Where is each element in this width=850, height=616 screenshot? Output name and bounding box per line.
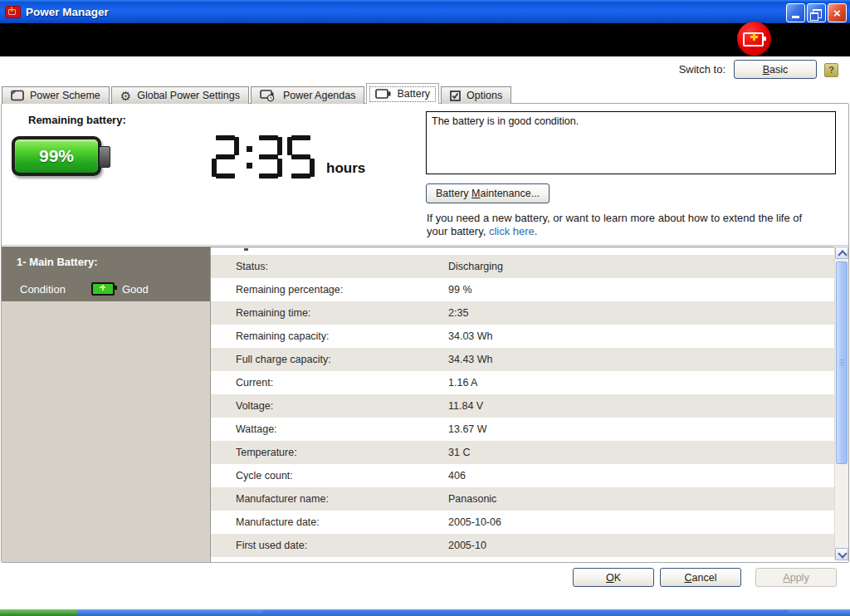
thinkvantage-battery-logo-icon — [737, 22, 771, 56]
battery-details-table: Status:DischargingRemaining percentage:9… — [211, 247, 835, 560]
battery-clock-icon — [260, 90, 277, 102]
remaining-time-display: hours — [212, 135, 365, 182]
clipped-row-fragment — [244, 248, 248, 251]
scrollbar-thumb[interactable] — [836, 262, 848, 464]
condition-battery-icon — [91, 282, 115, 296]
row-value: 406 — [448, 470, 466, 482]
checkbox-icon — [450, 90, 461, 101]
tab-global-power-settings[interactable]: ⚙ Global Power Settings — [111, 86, 249, 104]
table-row: Voltage:11.84 V — [211, 394, 835, 418]
row-label: Status: — [211, 261, 448, 272]
row-value: 2005-10-06 — [448, 516, 501, 528]
basic-button[interactable]: Basic — [734, 60, 817, 79]
brand-banner — [0, 23, 850, 56]
row-value: 31 C — [448, 447, 470, 458]
scroll-down-button[interactable] — [835, 548, 848, 560]
taskbar[interactable] — [0, 609, 850, 616]
remaining-battery-label: Remaining battery: — [28, 114, 126, 126]
tab-label: Battery — [397, 88, 430, 100]
row-label: Remaining time: — [211, 307, 448, 319]
window-title: Power Manager — [26, 6, 109, 18]
time-unit-label: hours — [326, 160, 365, 177]
row-label: Remaining capacity: — [211, 330, 448, 342]
chevron-down-icon — [838, 549, 847, 558]
row-value: Discharging — [448, 261, 503, 272]
table-row: Remaining capacity:34.03 Wh — [211, 325, 835, 348]
tab-label: Power Agendas — [283, 90, 356, 101]
close-button[interactable]: × — [828, 3, 847, 22]
table-row: Cycle count:406 — [211, 464, 835, 487]
apply-button: Apply — [755, 568, 837, 587]
cancel-button[interactable]: Cancel — [660, 568, 741, 587]
row-value: 2:35 — [448, 307, 468, 319]
tab-label: Options — [467, 90, 502, 101]
row-value: Panasonic — [448, 493, 496, 505]
info-text-after: . — [535, 225, 538, 237]
switch-to-label: Switch to: — [679, 63, 725, 76]
table-row: Remaining percentage:99 % — [211, 278, 835, 301]
battery-info-text: If you need a new battery, or want to le… — [427, 212, 815, 238]
table-row: Status:Discharging — [211, 255, 835, 278]
table-row: Full charge capacity:34.43 Wh — [211, 348, 835, 371]
tab-bar: Power Scheme ⚙ Global Power Settings Pow… — [2, 83, 513, 104]
scrollbar-grip — [839, 359, 844, 366]
restore-button[interactable] — [807, 3, 826, 22]
tab-power-scheme[interactable]: Power Scheme — [2, 86, 110, 104]
gear-icon: ⚙ — [120, 90, 131, 102]
logo-plus-icon — [750, 33, 758, 41]
tab-battery[interactable]: Battery — [366, 83, 439, 104]
row-label: Full charge capacity: — [211, 354, 448, 365]
main-battery-header: 1- Main Battery: Condition Good — [2, 247, 210, 301]
condition-label: Condition — [20, 283, 66, 296]
battery-maintenance-button[interactable]: Battery Maintenance... — [426, 183, 550, 203]
ok-button[interactable]: OK — [573, 568, 654, 587]
tab-label: Power Scheme — [30, 90, 100, 101]
table-row: First used date:2005-10 — [211, 534, 835, 557]
tab-options[interactable]: Options — [441, 86, 511, 104]
row-value: 99 % — [448, 284, 472, 296]
row-value: 1.16 A — [448, 377, 477, 389]
help-icon[interactable]: ? — [824, 63, 838, 77]
table-row: Manufacturer name:Panasonic — [211, 487, 835, 511]
click-here-link[interactable]: click here — [489, 225, 535, 237]
table-row: Current:1.16 A — [211, 371, 835, 394]
minimize-button[interactable] — [786, 3, 805, 22]
battery-percentage: 99% — [12, 136, 101, 176]
condition-textbox: The battery is in good condition. — [426, 111, 836, 174]
chevron-up-icon — [838, 250, 847, 259]
row-label: Cycle count: — [211, 470, 448, 482]
row-value: 34.43 Wh — [448, 354, 493, 365]
scroll-up-button[interactable] — [835, 247, 848, 259]
restore-icon — [813, 9, 822, 18]
table-rows: Status:DischargingRemaining percentage:9… — [211, 255, 835, 557]
table-row: Temperature:31 C — [211, 441, 835, 464]
table-row: Remaining time:2:35 — [211, 301, 835, 325]
minimize-icon — [792, 16, 799, 18]
row-value: 34.03 Wh — [448, 330, 493, 342]
vertical-scrollbar[interactable] — [834, 247, 848, 560]
titlebar: Power Manager × — [0, 0, 850, 23]
tab-label: Global Power Settings — [137, 90, 240, 101]
row-label: Current: — [211, 377, 448, 389]
condition-row: Condition Good — [20, 282, 149, 296]
table-row: Wattage:13.67 W — [211, 418, 835, 441]
close-icon: × — [833, 5, 841, 21]
tab-power-agendas[interactable]: Power Agendas — [251, 86, 365, 104]
start-button[interactable] — [0, 609, 77, 616]
row-label: Wattage: — [211, 423, 448, 435]
window-controls: × — [786, 3, 847, 22]
condition-plus-icon — [100, 285, 105, 291]
app-battery-icon — [5, 6, 21, 18]
row-label: Voltage: — [211, 400, 448, 412]
table-row: Manufacture date:2005-10-06 — [211, 511, 835, 534]
battery-icon — [375, 89, 391, 99]
seven-segment-time — [212, 135, 320, 182]
row-label: First used date: — [211, 540, 448, 551]
condition-value: Good — [122, 283, 149, 296]
taskbar-window-button[interactable] — [263, 610, 789, 616]
row-label: Temperature: — [211, 447, 448, 458]
page-icon — [11, 90, 24, 101]
power-manager-window: Power Manager × Switch to: Basic ? Power… — [0, 0, 850, 616]
row-label: Remaining percentage: — [211, 284, 448, 296]
row-value: 11.84 V — [448, 400, 483, 412]
